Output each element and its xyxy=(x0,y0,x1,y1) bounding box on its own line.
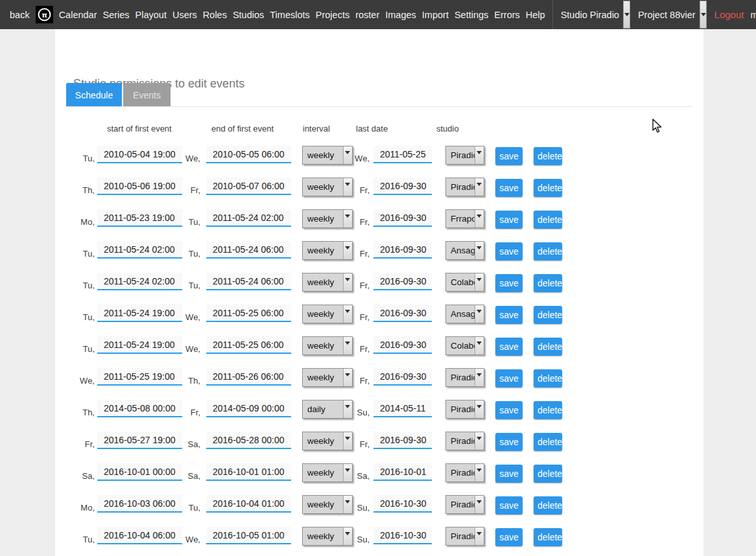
studio-select[interactable]: Piradio xyxy=(445,432,484,450)
chevron-down-icon[interactable] xyxy=(623,1,630,29)
start-datetime-input[interactable] xyxy=(97,336,182,354)
pi-radio-logo-icon[interactable]: π xyxy=(36,6,53,23)
delete-button[interactable]: delete xyxy=(534,242,562,261)
nav-item-series[interactable]: Series xyxy=(102,10,129,20)
nav-item-settings[interactable]: Settings xyxy=(455,10,488,20)
start-datetime-input[interactable] xyxy=(97,305,182,322)
nav-item-studios[interactable]: Studios xyxy=(233,10,264,20)
save-button[interactable]: save xyxy=(495,465,523,483)
nav-item-users[interactable]: Users xyxy=(172,10,197,20)
tab-events[interactable]: Events xyxy=(123,83,171,107)
end-datetime-input[interactable] xyxy=(206,400,291,417)
studio-select[interactable]: Frrapo xyxy=(445,209,484,228)
start-datetime-input[interactable] xyxy=(97,463,182,481)
save-button[interactable]: save xyxy=(495,369,523,388)
delete-button[interactable]: delete xyxy=(534,401,562,419)
studio-dropdown[interactable]: Studio Piradio xyxy=(557,0,630,29)
end-datetime-input[interactable] xyxy=(206,495,291,513)
nav-item-errors[interactable]: Errors xyxy=(494,10,519,20)
start-datetime-input[interactable] xyxy=(97,432,182,449)
start-datetime-input[interactable] xyxy=(97,368,182,386)
nav-item-help[interactable]: Help xyxy=(526,10,545,20)
start-datetime-input[interactable] xyxy=(97,146,182,163)
save-button[interactable]: save xyxy=(495,433,523,451)
last-date-input[interactable] xyxy=(373,368,432,386)
studio-select[interactable]: Ansage xyxy=(445,241,484,260)
save-button[interactable]: save xyxy=(495,528,523,546)
end-datetime-input[interactable] xyxy=(206,527,291,544)
save-button[interactable]: save xyxy=(495,242,523,261)
delete-button[interactable]: delete xyxy=(534,338,562,356)
start-datetime-input[interactable] xyxy=(97,241,182,259)
nav-item-roster[interactable]: roster xyxy=(355,10,379,20)
save-button[interactable]: save xyxy=(495,179,523,197)
end-datetime-input[interactable] xyxy=(206,368,291,386)
last-date-input[interactable] xyxy=(373,495,432,513)
delete-button[interactable]: delete xyxy=(534,274,562,292)
last-date-input[interactable] xyxy=(373,463,432,481)
last-date-input[interactable] xyxy=(373,273,432,290)
studio-select[interactable]: Colabo xyxy=(445,273,484,292)
last-date-input[interactable] xyxy=(373,400,432,417)
delete-button[interactable]: delete xyxy=(534,496,562,515)
end-datetime-input[interactable] xyxy=(206,336,291,354)
save-button[interactable]: save xyxy=(495,338,523,356)
last-date-input[interactable] xyxy=(373,305,432,322)
studio-select[interactable]: Ansage xyxy=(445,305,484,323)
tab-schedule[interactable]: Schedule xyxy=(66,83,122,107)
nav-item-playout[interactable]: Playout xyxy=(136,10,167,20)
start-datetime-input[interactable] xyxy=(97,178,182,195)
delete-button[interactable]: delete xyxy=(534,528,562,546)
chevron-down-icon[interactable] xyxy=(700,1,707,29)
start-datetime-input[interactable] xyxy=(97,495,182,513)
studio-select[interactable]: Piradio xyxy=(445,495,484,514)
end-datetime-input[interactable] xyxy=(206,273,291,290)
nav-item-projects[interactable]: Projects xyxy=(316,10,349,20)
last-date-input[interactable] xyxy=(373,241,432,259)
nav-item-roles[interactable]: Roles xyxy=(203,10,227,20)
delete-button[interactable]: delete xyxy=(534,211,562,229)
last-date-input[interactable] xyxy=(373,146,432,163)
nav-item-calendar[interactable]: Calendar xyxy=(59,10,97,20)
save-button[interactable]: save xyxy=(495,147,523,165)
start-datetime-input[interactable] xyxy=(97,273,182,290)
start-datetime-input[interactable] xyxy=(97,527,182,544)
nav-item-import[interactable]: Import xyxy=(422,10,449,20)
last-date-input[interactable] xyxy=(373,432,432,449)
start-datetime-input[interactable] xyxy=(97,209,182,227)
delete-button[interactable]: delete xyxy=(534,306,562,324)
delete-button[interactable]: delete xyxy=(534,179,562,197)
save-button[interactable]: save xyxy=(495,401,523,419)
end-datetime-input[interactable] xyxy=(206,209,291,227)
delete-button[interactable]: delete xyxy=(534,369,562,388)
studio-select[interactable]: Piradio xyxy=(445,400,484,419)
studio-select[interactable]: Piradio xyxy=(445,178,484,196)
delete-button[interactable]: delete xyxy=(534,465,562,483)
nav-item-images[interactable]: Images xyxy=(385,10,416,20)
end-datetime-input[interactable] xyxy=(206,241,291,259)
save-button[interactable]: save xyxy=(495,496,523,515)
back-link[interactable]: back xyxy=(10,10,30,20)
last-date-input[interactable] xyxy=(373,336,432,354)
end-datetime-input[interactable] xyxy=(206,432,291,449)
last-date-input[interactable] xyxy=(373,209,432,227)
start-datetime-input[interactable] xyxy=(97,400,182,417)
save-button[interactable]: save xyxy=(495,306,523,324)
save-button[interactable]: save xyxy=(495,274,523,292)
delete-button[interactable]: delete xyxy=(534,433,562,451)
save-button[interactable]: save xyxy=(495,211,523,229)
studio-select[interactable]: Piradio xyxy=(445,146,484,165)
last-date-input[interactable] xyxy=(373,527,432,544)
nav-item-timeslots[interactable]: Timeslots xyxy=(270,10,310,20)
studio-select[interactable]: Colabo xyxy=(445,336,484,355)
project-dropdown[interactable]: Project 88vier xyxy=(634,0,707,29)
end-datetime-input[interactable] xyxy=(206,463,291,481)
studio-select[interactable]: Piradio xyxy=(445,527,484,546)
studio-select[interactable]: Piradio xyxy=(445,368,484,387)
studio-select[interactable]: Piradio xyxy=(445,463,484,482)
end-datetime-input[interactable] xyxy=(206,178,291,195)
logout-link[interactable]: Logout xyxy=(715,9,744,20)
end-datetime-input[interactable] xyxy=(206,146,291,163)
delete-button[interactable]: delete xyxy=(534,147,562,165)
end-datetime-input[interactable] xyxy=(206,305,291,322)
